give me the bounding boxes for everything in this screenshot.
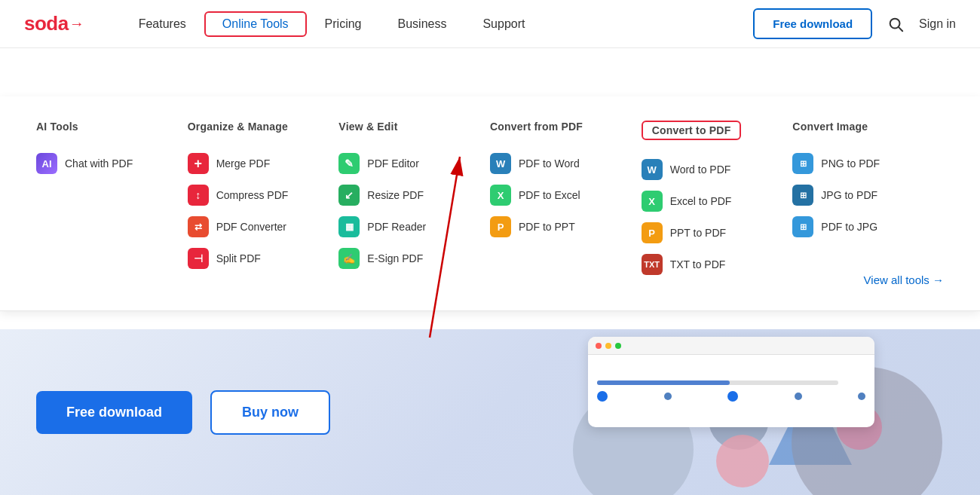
menu-item-merge-pdf[interactable]: + Merge PDF (188, 148, 339, 179)
pdf-reader-label: PDF Reader (367, 221, 426, 233)
bottom-section: Free download Buy now (0, 329, 980, 495)
resize-pdf-label: Resize PDF (367, 189, 424, 201)
png-to-pdf-label: PNG to PDF (821, 157, 880, 170)
pdf-reader-icon: ▦ (338, 216, 360, 237)
excel-to-pdf-label: Excel to PDF (670, 195, 732, 207)
pdf-editor-label: PDF Editor (367, 157, 418, 170)
bottom-graphics (528, 329, 980, 495)
nav-business[interactable]: Business (380, 11, 465, 37)
menu-section-view-edit: View & Edit ✎ PDF Editor ↙ Resize PDF ▦ … (338, 121, 490, 280)
bottom-free-download-button[interactable]: Free download (36, 391, 192, 434)
jpg-to-pdf-label: JPG to PDF (821, 189, 877, 201)
compress-pdf-label: Compress PDF (216, 189, 289, 201)
window-maximize-dot (615, 343, 621, 349)
decorative-circle-pink (716, 435, 769, 487)
progress-bar (597, 380, 838, 385)
txt-to-pdf-label: TXT to PDF (670, 258, 726, 270)
bottom-buy-now-button[interactable]: Buy now (210, 390, 330, 435)
menu-item-pdf-editor[interactable]: ✎ PDF Editor (338, 148, 490, 179)
excel-to-pdf-icon: X (642, 191, 663, 212)
window-minimize-dot (605, 343, 611, 349)
merge-pdf-icon: + (188, 153, 209, 174)
search-button[interactable] (884, 13, 907, 35)
nav-features[interactable]: Features (121, 11, 204, 37)
split-pdf-label: Split PDF (216, 252, 261, 264)
convert-image-title: Convert Image (792, 121, 944, 133)
chat-pdf-label: Chat with PDF (65, 157, 133, 170)
ppt-to-pdf-label: PPT to PDF (670, 227, 726, 239)
pdf-converter-label: PDF Converter (216, 221, 286, 233)
menu-item-pdf-to-jpg[interactable]: ⊞ PDF to JPG (792, 211, 944, 243)
pdf-to-jpg-icon: ⊞ (792, 216, 813, 237)
pdf-to-jpg-label: PDF to JPG (821, 221, 877, 233)
view-edit-title: View & Edit (338, 121, 490, 133)
merge-pdf-label: Merge PDF (216, 157, 271, 170)
mockup-titlebar (588, 337, 874, 355)
window-close-dot (596, 343, 602, 349)
menu-section-convert-from-pdf: Convert from PDF W PDF to Word X PDF to … (490, 121, 642, 280)
esign-pdf-icon: ✍ (338, 248, 360, 269)
nav-support[interactable]: Support (464, 11, 543, 37)
svg-line-1 (899, 27, 902, 31)
menu-item-excel-to-pdf[interactable]: X Excel to PDF (642, 185, 793, 217)
pdf-to-word-icon: W (490, 153, 511, 174)
nav-links: Features Online Tools Pricing Business S… (121, 11, 754, 37)
pdf-converter-icon: ⇄ (188, 216, 209, 237)
pdf-to-word-label: PDF to Word (519, 157, 580, 170)
menu-section-convert-image: Convert Image ⊞ PNG to PDF ⊞ JPG to PDF … (792, 121, 944, 280)
search-icon (887, 16, 904, 32)
chat-pdf-icon: AI (36, 153, 57, 174)
menu-item-split-pdf[interactable]: ⊣ Split PDF (188, 243, 339, 274)
nav-pricing[interactable]: Pricing (307, 11, 380, 37)
convert-from-pdf-title: Convert from PDF (490, 121, 642, 133)
pdf-editor-icon: ✎ (338, 153, 360, 174)
menu-item-pdf-to-word[interactable]: W PDF to Word (490, 148, 642, 179)
png-to-pdf-icon: ⊞ (792, 153, 813, 174)
progress-dot-5 (858, 393, 865, 400)
menu-item-jpg-to-pdf[interactable]: ⊞ JPG to PDF (792, 179, 944, 211)
word-to-pdf-icon: W (642, 159, 663, 180)
ai-tools-title: AI Tools (36, 121, 188, 133)
convert-to-pdf-title: Convert to PDF (652, 124, 731, 136)
free-download-button[interactable]: Free download (753, 8, 872, 39)
menu-item-esign-pdf[interactable]: ✍ E-Sign PDF (338, 243, 490, 274)
nav-online-tools[interactable]: Online Tools (204, 11, 307, 37)
menu-item-pdf-to-excel[interactable]: X PDF to Excel (490, 179, 642, 211)
menu-item-pdf-to-ppt[interactable]: P PDF to PPT (490, 211, 642, 243)
progress-dot-1 (597, 391, 608, 402)
ui-mockup (588, 337, 874, 427)
menu-item-chat-pdf[interactable]: AI Chat with PDF (36, 148, 188, 179)
menu-item-word-to-pdf[interactable]: W Word to PDF (642, 154, 793, 185)
menu-item-resize-pdf[interactable]: ↙ Resize PDF (338, 179, 490, 211)
view-all-tools-link[interactable]: View all tools → (864, 273, 944, 286)
menu-item-compress-pdf[interactable]: ↕ Compress PDF (188, 179, 339, 211)
menu-section-organize: Organize & Manage + Merge PDF ↕ Compress… (188, 121, 339, 280)
progress-dots (597, 391, 865, 402)
pdf-to-excel-label: PDF to Excel (519, 189, 580, 201)
menu-item-txt-to-pdf[interactable]: TXT TXT to PDF (642, 249, 793, 280)
dropdown-menu: AI Tools AI Chat with PDF Organize & Man… (0, 96, 980, 311)
ppt-to-pdf-icon: P (642, 222, 663, 243)
menu-item-pdf-reader[interactable]: ▦ PDF Reader (338, 211, 490, 243)
pdf-to-excel-icon: X (490, 185, 511, 206)
mockup-body (588, 355, 874, 427)
menu-section-convert-to-pdf: Convert to PDF W Word to PDF X Excel to … (642, 121, 793, 280)
menu-item-ppt-to-pdf[interactable]: P PPT to PDF (642, 217, 793, 249)
sign-in-link[interactable]: Sign in (919, 17, 956, 31)
menu-item-pdf-converter[interactable]: ⇄ PDF Converter (188, 211, 339, 243)
pdf-to-ppt-label: PDF to PPT (519, 221, 575, 233)
progress-dot-3 (727, 391, 738, 402)
menu-item-png-to-pdf[interactable]: ⊞ PNG to PDF (792, 148, 944, 179)
progress-dot-2 (664, 393, 672, 400)
nav-right: Free download Sign in (753, 8, 956, 39)
compress-pdf-icon: ↕ (188, 185, 209, 206)
progress-dot-4 (795, 393, 802, 400)
jpg-to-pdf-icon: ⊞ (792, 185, 813, 206)
logo-arrow: → (69, 15, 84, 32)
txt-to-pdf-icon: TXT (642, 254, 663, 275)
pdf-to-ppt-icon: P (490, 216, 511, 237)
organize-title: Organize & Manage (188, 121, 339, 133)
esign-pdf-label: E-Sign PDF (367, 252, 423, 264)
logo[interactable]: soda → (24, 12, 84, 35)
logo-text: soda (24, 12, 69, 35)
